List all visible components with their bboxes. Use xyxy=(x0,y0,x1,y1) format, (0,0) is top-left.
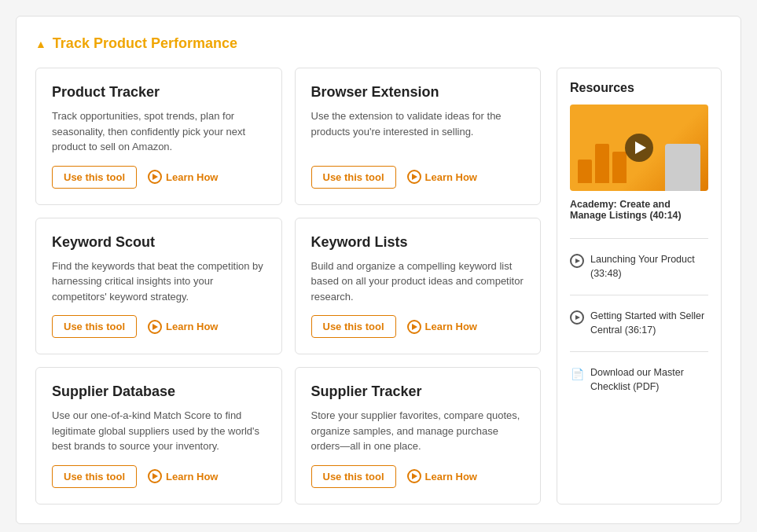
learn-how-label-product-tracker: Learn How xyxy=(166,171,218,183)
learn-how-link-browser-extension[interactable]: Learn How xyxy=(407,170,477,184)
tool-card-supplier-database: Supplier Database Use our one-of-a-kind … xyxy=(35,367,282,504)
tool-actions-browser-extension: Use this tool Learn How xyxy=(311,166,525,189)
learn-how-link-supplier-database[interactable]: Learn How xyxy=(148,469,218,483)
learn-play-icon-keyword-scout xyxy=(148,320,162,334)
resource-label-1: Launching Your Product (33:48) xyxy=(590,253,708,281)
resources-divider-2 xyxy=(570,295,708,295)
learn-how-label-supplier-tracker: Learn How xyxy=(425,471,477,482)
learn-play-triangle-supplier-database xyxy=(153,473,158,479)
bar-2 xyxy=(595,144,609,183)
learn-how-link-keyword-scout[interactable]: Learn How xyxy=(148,320,218,334)
tool-card-supplier-tracker: Supplier Tracker Store your supplier fav… xyxy=(295,367,542,504)
tool-name-keyword-scout: Keyword Scout xyxy=(52,234,266,251)
tool-actions-keyword-lists: Use this tool Learn How xyxy=(311,315,525,338)
learn-play-icon-browser-extension xyxy=(407,170,421,184)
tool-name-supplier-database: Supplier Database xyxy=(52,383,266,400)
use-tool-button-supplier-database[interactable]: Use this tool xyxy=(52,465,137,488)
resources-divider xyxy=(570,238,708,239)
learn-play-triangle-browser-extension xyxy=(412,174,417,180)
tool-actions-keyword-scout: Use this tool Learn How xyxy=(52,315,266,338)
use-tool-button-keyword-scout[interactable]: Use this tool xyxy=(52,315,137,338)
tool-name-browser-extension: Browser Extension xyxy=(311,84,525,101)
resources-divider-3 xyxy=(570,351,708,352)
learn-play-triangle-product-tracker xyxy=(153,174,158,180)
tool-description-keyword-scout: Find the keywords that beat the competit… xyxy=(52,259,266,305)
tool-card-browser-extension: Browser Extension Use the extension to v… xyxy=(295,68,542,205)
tool-actions-supplier-database: Use this tool Learn How xyxy=(52,465,266,488)
tool-name-supplier-tracker: Supplier Tracker xyxy=(311,383,525,400)
use-tool-button-browser-extension[interactable]: Use this tool xyxy=(311,166,396,189)
learn-how-label-browser-extension: Learn How xyxy=(425,171,477,183)
tool-card-keyword-lists: Keyword Lists Build and organize a compe… xyxy=(295,218,542,355)
resource-item-3[interactable]: 📄 Download our Master Checklist (PDF) xyxy=(570,360,708,400)
tools-grid: Product Tracker Track opportunities, spo… xyxy=(35,68,541,504)
tool-description-keyword-lists: Build and organize a compelling keyword … xyxy=(311,259,525,305)
resource-label-2: Getting Started with Seller Central (36:… xyxy=(590,310,708,337)
tool-card-keyword-scout: Keyword Scout Find the keywords that bea… xyxy=(35,218,282,355)
use-tool-button-keyword-lists[interactable]: Use this tool xyxy=(311,315,396,338)
bar-1 xyxy=(578,160,592,183)
bar-3 xyxy=(612,152,627,183)
learn-play-triangle-keyword-lists xyxy=(412,324,417,330)
play-triangle-icon xyxy=(635,141,646,154)
learn-play-icon-keyword-lists xyxy=(407,320,421,334)
section-title: Track Product Performance xyxy=(53,35,237,52)
learn-how-link-keyword-lists[interactable]: Learn How xyxy=(407,320,477,334)
learn-play-triangle-supplier-tracker xyxy=(412,473,417,479)
tool-description-product-tracker: Track opportunities, spot trends, plan f… xyxy=(52,108,266,155)
tool-description-browser-extension: Use the extension to validate ideas for … xyxy=(311,108,525,155)
resource-item-1[interactable]: Launching Your Product (33:48) xyxy=(570,247,708,287)
use-tool-button-supplier-tracker[interactable]: Use this tool xyxy=(311,465,396,488)
learn-how-link-supplier-tracker[interactable]: Learn How xyxy=(407,469,477,483)
learn-how-label-keyword-scout: Learn How xyxy=(166,321,218,332)
tool-description-supplier-database: Use our one-of-a-kind Match Score to fin… xyxy=(52,408,266,454)
learn-how-link-product-tracker[interactable]: Learn How xyxy=(148,170,218,184)
resource-item-2[interactable]: Getting Started with Seller Central (36:… xyxy=(570,303,708,343)
resources-title: Resources xyxy=(570,81,708,95)
tool-name-keyword-lists: Keyword Lists xyxy=(311,234,525,251)
document-icon: 📄 xyxy=(570,367,584,381)
section-header: ▲ Track Product Performance xyxy=(35,35,722,52)
tool-actions-product-tracker: Use this tool Learn How xyxy=(52,166,266,189)
video-caption: Academy: Create and Manage Listings (40:… xyxy=(570,199,708,221)
learn-how-label-supplier-database: Learn How xyxy=(166,471,218,482)
learn-play-triangle-keyword-scout xyxy=(153,324,158,330)
main-layout: Product Tracker Track opportunities, spo… xyxy=(35,68,722,504)
chevron-up-icon[interactable]: ▲ xyxy=(35,38,46,50)
tool-card-product-tracker: Product Tracker Track opportunities, spo… xyxy=(35,68,282,205)
learn-how-label-keyword-lists: Learn How xyxy=(425,321,477,332)
video-person xyxy=(665,144,700,191)
resource-play-icon-2 xyxy=(570,310,584,325)
tool-actions-supplier-tracker: Use this tool Learn How xyxy=(311,465,525,488)
resources-video-thumbnail[interactable] xyxy=(570,105,708,191)
video-play-button[interactable] xyxy=(625,134,653,162)
page-container: ▲ Track Product Performance Product Trac… xyxy=(16,16,741,524)
learn-play-icon-supplier-database xyxy=(148,469,162,483)
tool-description-supplier-tracker: Store your supplier favorites, compare q… xyxy=(311,408,525,454)
tool-name-product-tracker: Product Tracker xyxy=(52,84,266,101)
use-tool-button-product-tracker[interactable]: Use this tool xyxy=(52,166,137,189)
learn-play-icon-supplier-tracker xyxy=(407,469,421,483)
resources-panel: Resources Academy: Create and Manage Lis… xyxy=(557,68,722,504)
resource-label-3: Download our Master Checklist (PDF) xyxy=(590,366,708,394)
learn-play-icon-product-tracker xyxy=(148,170,162,184)
resource-play-icon-1 xyxy=(570,254,584,268)
video-bars xyxy=(578,136,627,183)
